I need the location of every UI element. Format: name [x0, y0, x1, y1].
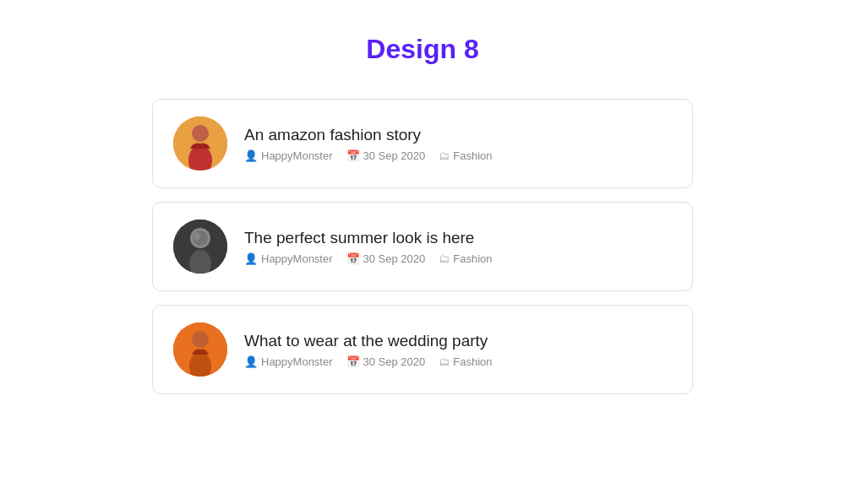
- card-date-3: 📅 30 Sep 2020: [346, 355, 426, 368]
- folder-icon-1: 🗂: [439, 149, 450, 162]
- user-icon-1: 👤: [244, 149, 258, 162]
- card-category-3: 🗂 Fashion: [439, 355, 492, 368]
- svg-point-9: [192, 331, 209, 348]
- card-meta-1: 👤 HappyMonster 📅 30 Sep 2020 🗂 Fashion: [244, 149, 493, 162]
- cards-container: An amazon fashion story 👤 HappyMonster 📅…: [152, 99, 693, 394]
- calendar-icon-1: 📅: [346, 149, 360, 162]
- avatar-3: [173, 322, 227, 377]
- calendar-icon-2: 📅: [346, 252, 360, 265]
- folder-icon-2: 🗂: [439, 252, 450, 265]
- card-title-2: The perfect summer look is here: [244, 229, 493, 247]
- avatar-1: [173, 117, 227, 171]
- card-author-2: 👤 HappyMonster: [244, 252, 333, 265]
- card-meta-3: 👤 HappyMonster 📅 30 Sep 2020 🗂 Fashion: [244, 355, 493, 368]
- user-icon-3: 👤: [244, 355, 258, 368]
- card-category-2: 🗂 Fashion: [439, 252, 492, 265]
- card-item-3[interactable]: What to wear at the wedding party 👤 Happ…: [152, 305, 693, 394]
- svg-point-7: [194, 232, 200, 241]
- card-author-1: 👤 HappyMonster: [244, 149, 333, 162]
- avatar-2: [173, 219, 227, 274]
- folder-icon-3: 🗂: [439, 355, 450, 368]
- card-title-1: An amazon fashion story: [244, 126, 493, 144]
- card-date-1: 📅 30 Sep 2020: [346, 149, 426, 162]
- page-title: Design 8: [366, 34, 478, 65]
- card-meta-2: 👤 HappyMonster 📅 30 Sep 2020 🗂 Fashion: [244, 252, 493, 265]
- card-author-3: 👤 HappyMonster: [244, 355, 333, 368]
- card-title-3: What to wear at the wedding party: [244, 332, 493, 350]
- card-date-2: 📅 30 Sep 2020: [346, 252, 426, 265]
- user-icon-2: 👤: [244, 252, 258, 265]
- card-content-2: The perfect summer look is here 👤 HappyM…: [244, 229, 493, 265]
- svg-point-1: [192, 125, 209, 142]
- card-content-1: An amazon fashion story 👤 HappyMonster 📅…: [244, 126, 493, 162]
- card-item-1[interactable]: An amazon fashion story 👤 HappyMonster 📅…: [152, 99, 693, 188]
- card-category-1: 🗂 Fashion: [439, 149, 492, 162]
- calendar-icon-3: 📅: [346, 355, 360, 368]
- card-content-3: What to wear at the wedding party 👤 Happ…: [244, 332, 493, 368]
- card-item-2[interactable]: The perfect summer look is here 👤 HappyM…: [152, 202, 693, 291]
